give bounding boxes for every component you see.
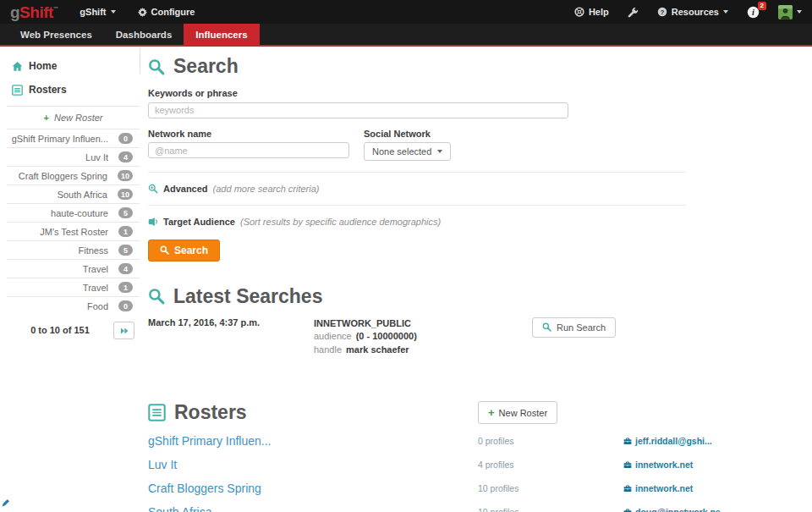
section-tab[interactable]: Influencers bbox=[184, 24, 259, 45]
help-menu[interactable]: Help bbox=[574, 7, 609, 17]
roster-name-link[interactable]: Luv It bbox=[148, 458, 478, 471]
roster-count-badge: 0 bbox=[118, 300, 133, 311]
section-tab[interactable]: Web Presences bbox=[8, 24, 104, 45]
roster-count-badge: 10 bbox=[118, 189, 133, 200]
sidebar-roster-item[interactable]: Craft Bloggers Spring 10 bbox=[7, 166, 140, 184]
logo-g: g bbox=[10, 4, 19, 20]
topnav-right: Help ? Resources i 2 bbox=[556, 5, 802, 19]
search-icon bbox=[148, 58, 165, 75]
sidebar-rosters-label: Rosters bbox=[29, 84, 67, 96]
configure-menu[interactable]: Configure bbox=[138, 7, 195, 17]
briefcase-icon bbox=[623, 484, 632, 493]
roster-count-badge: 0 bbox=[118, 133, 133, 144]
audience-value: (0 - 10000000) bbox=[356, 331, 417, 341]
roster-owner-link[interactable]: innetwork.net bbox=[623, 483, 693, 493]
social-network-select[interactable]: None selected bbox=[364, 142, 451, 161]
sidebar-roster-item[interactable]: Food 0 bbox=[7, 296, 140, 315]
new-roster-button-label: New Roster bbox=[499, 408, 547, 418]
gshift-logo[interactable]: gShift™ bbox=[10, 4, 58, 20]
sidebar-roster-name: South Africa bbox=[58, 190, 107, 200]
handle-label: handle bbox=[314, 344, 342, 355]
sidebar-roster-item[interactable]: Fitness 5 bbox=[7, 240, 140, 259]
social-network-column: Social Network None selected bbox=[364, 118, 451, 161]
keywords-label: Keywords or phrase bbox=[148, 88, 812, 98]
divider bbox=[148, 172, 686, 173]
notifications-button[interactable]: i 2 bbox=[747, 6, 760, 19]
briefcase-icon bbox=[623, 508, 632, 512]
gear-icon bbox=[138, 8, 147, 17]
resources-menu[interactable]: ? Resources bbox=[657, 7, 728, 17]
sidebar-roster-item[interactable]: gShift Primary Influen... 0 bbox=[7, 129, 140, 147]
roster-profiles-count: 0 profiles bbox=[478, 436, 623, 446]
roster-name-link[interactable]: Craft Bloggers Spring bbox=[148, 482, 478, 495]
roster-count-badge: 1 bbox=[118, 226, 133, 237]
search-icon bbox=[160, 245, 169, 255]
configure-label: Configure bbox=[151, 7, 195, 17]
network-name-input[interactable] bbox=[148, 142, 349, 158]
sidebar-roster-item[interactable]: Luv It 4 bbox=[7, 147, 140, 166]
roster-profiles-count: 10 profiles bbox=[478, 507, 623, 512]
roster-name-link[interactable]: gShift Primary Influen... bbox=[148, 434, 478, 448]
roster-owner-email: innetwork.net bbox=[635, 460, 693, 470]
target-audience-toggle[interactable]: Target Audience (Sort results by specifi… bbox=[148, 217, 812, 227]
run-search-label: Run Search bbox=[557, 322, 606, 333]
sidebar-roster-name: gShift Primary Influen... bbox=[12, 134, 108, 144]
roster-count-badge: 5 bbox=[118, 245, 133, 256]
sidebar-new-roster-button[interactable]: + New Roster bbox=[7, 106, 140, 129]
roster-list-icon bbox=[148, 404, 166, 421]
chevron-down-icon bbox=[723, 10, 728, 14]
account-menu-label: gShift bbox=[80, 7, 106, 17]
search-heading: Search bbox=[148, 55, 812, 78]
fast-forward-icon bbox=[120, 327, 129, 335]
section-tabs: Web Presences Dashboards Influencers bbox=[0, 24, 812, 47]
roster-row: gShift Primary Influen... 0 profiles jef… bbox=[148, 429, 757, 453]
search-handle-row: handlemark schaefer bbox=[314, 344, 532, 357]
keywords-input[interactable] bbox=[148, 102, 568, 118]
run-search-button[interactable]: Run Search bbox=[532, 317, 616, 338]
user-menu[interactable] bbox=[778, 5, 802, 19]
roster-owner-email: doug@innetwork.ne... bbox=[635, 507, 727, 512]
new-roster-button[interactable]: + New Roster bbox=[478, 401, 557, 424]
roster-name-link[interactable]: South Africa bbox=[148, 505, 478, 512]
search-audience-row: audience(0 - 10000000) bbox=[314, 330, 532, 344]
sidebar-item-home[interactable]: Home bbox=[12, 60, 140, 72]
chevron-down-icon bbox=[437, 150, 442, 153]
roster-owner-link[interactable]: doug@innetwork.ne... bbox=[623, 507, 727, 512]
help-icon bbox=[574, 7, 584, 17]
sidebar-roster-item[interactable]: Travel 4 bbox=[7, 259, 140, 278]
divider bbox=[148, 205, 686, 206]
latest-searches-title: Latest Searches bbox=[173, 285, 322, 308]
sidebar-roster-item[interactable]: JM's Test Roster 1 bbox=[7, 222, 140, 240]
roster-count-badge: 5 bbox=[118, 207, 133, 218]
logo-trademark: ™ bbox=[53, 6, 58, 11]
pagination-next-button[interactable] bbox=[113, 322, 134, 339]
roster-owner-link[interactable]: innetwork.net bbox=[623, 460, 693, 470]
advanced-toggle[interactable]: Advanced (add more search criteria) bbox=[148, 184, 812, 194]
plus-icon: + bbox=[488, 406, 495, 419]
rosters-table: gShift Primary Influen... 0 profiles jef… bbox=[148, 429, 757, 512]
resources-label: Resources bbox=[672, 7, 719, 17]
sidebar-roster-name: JM's Test Roster bbox=[40, 227, 108, 237]
notification-badge: 2 bbox=[758, 2, 766, 11]
roster-profiles-count: 10 profiles bbox=[478, 483, 623, 493]
sidebar-pagination: 0 to 10 of 151 bbox=[7, 322, 140, 339]
sidebar-item-rosters[interactable]: Rosters bbox=[12, 84, 140, 96]
sidebar-roster-item[interactable]: Travel 1 bbox=[7, 278, 140, 296]
roster-owner-link[interactable]: jeff.riddall@gshi... bbox=[623, 436, 712, 446]
sidebar-roster-name: Luv It bbox=[85, 152, 108, 162]
rosters-header: Rosters + New Roster bbox=[148, 401, 732, 424]
sidebar-roster-item[interactable]: South Africa 10 bbox=[7, 184, 140, 203]
roster-count-badge: 4 bbox=[118, 263, 133, 274]
account-menu[interactable]: gShift bbox=[80, 7, 115, 17]
section-tab[interactable]: Dashboards bbox=[104, 24, 184, 45]
tools-button[interactable] bbox=[628, 7, 639, 18]
question-circle-icon: ? bbox=[657, 7, 667, 17]
megaphone-icon bbox=[148, 217, 158, 227]
latest-search-entry: March 17, 2016, 4:37 p.m. INNETWORK_PUBL… bbox=[148, 317, 698, 358]
sidebar-home-label: Home bbox=[29, 60, 57, 72]
user-avatar bbox=[778, 5, 793, 19]
social-network-value: None selected bbox=[372, 146, 431, 157]
search-button[interactable]: Search bbox=[148, 239, 220, 262]
sidebar-roster-item[interactable]: haute-couture 5 bbox=[7, 203, 140, 222]
search-date: March 17, 2016, 4:37 p.m. bbox=[148, 317, 314, 358]
